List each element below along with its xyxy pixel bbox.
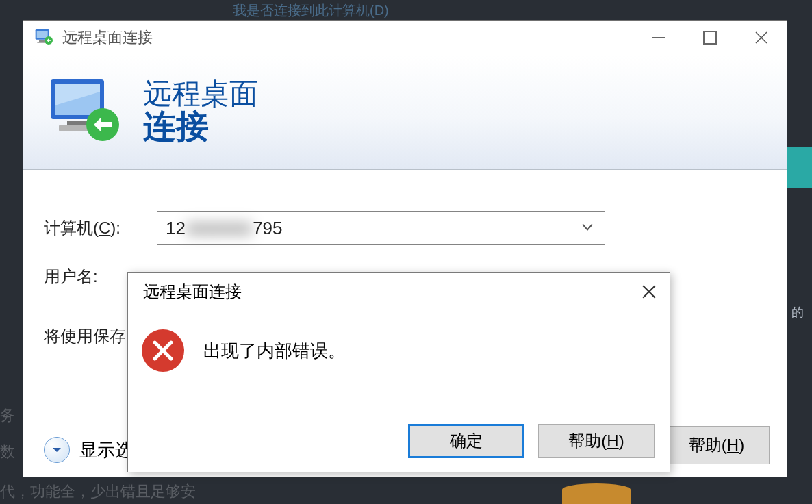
svg-rect-1	[37, 31, 48, 38]
svg-rect-2	[39, 40, 45, 42]
minimize-button[interactable]	[633, 21, 684, 55]
chevron-down-icon[interactable]	[581, 218, 594, 239]
saved-credential-text: 将使用保存	[44, 325, 126, 347]
computer-value-redacted: ■■■■■■	[187, 218, 251, 239]
error-dialog: 远程桌面连接 出现了内部错误。 确定 帮助(H)	[127, 272, 670, 473]
error-button-row: 确定 帮助(H)	[408, 424, 655, 458]
error-dialog-title: 远程桌面连接	[143, 281, 242, 303]
show-options-toggle[interactable]: 显示选	[44, 437, 133, 463]
banner-title-line1: 远程桌面	[143, 79, 258, 109]
app-icon	[34, 27, 55, 49]
background-text-top: 我是否连接到此计算机(D)	[233, 1, 389, 20]
background-avatar-fragment	[562, 483, 631, 504]
maximize-button[interactable]	[684, 21, 735, 55]
error-message: 出现了内部错误。	[203, 339, 346, 363]
error-help-button[interactable]: 帮助(H)	[538, 424, 655, 458]
banner-title-line2: 连接	[143, 109, 258, 145]
ok-button[interactable]: 确定	[408, 424, 524, 458]
svg-rect-8	[67, 121, 88, 125]
computer-value-suffix: 795	[253, 218, 282, 239]
banner: 远程桌面 连接	[23, 55, 787, 170]
background-text-right: 的	[791, 304, 812, 331]
error-titlebar[interactable]: 远程桌面连接	[128, 273, 670, 310]
error-icon	[142, 329, 184, 372]
banner-icon	[44, 71, 126, 153]
window-title: 远程桌面连接	[62, 27, 633, 48]
background-text-left-1: 务	[0, 405, 15, 426]
computer-value-prefix: 12	[166, 218, 186, 239]
chevron-down-circle-icon	[44, 437, 70, 463]
computer-combobox[interactable]: 12 ■■■■■■ 795	[157, 211, 605, 245]
error-body: 出现了内部错误。	[128, 310, 670, 372]
background-accent-block	[785, 147, 812, 188]
error-close-button[interactable]	[629, 273, 670, 310]
computer-row: 计算机(C): 12 ■■■■■■ 795	[44, 211, 766, 245]
close-button[interactable]	[735, 21, 787, 55]
help-button[interactable]: 帮助(H)	[663, 426, 770, 464]
window-titlebar[interactable]: 远程桌面连接	[23, 21, 787, 55]
show-options-label: 显示选	[79, 438, 133, 462]
computer-label: 计算机(C):	[44, 217, 157, 239]
background-text-left-2: 数	[0, 442, 15, 462]
background-text-left-3: 代，功能全，少出错且足够安	[0, 481, 196, 502]
